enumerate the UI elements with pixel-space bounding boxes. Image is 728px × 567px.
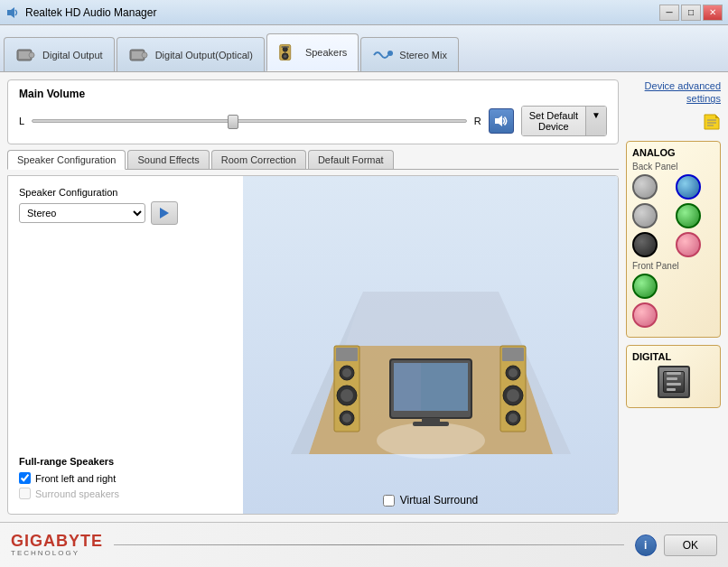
tab-stereo-mix[interactable]: Stereo Mix <box>360 37 459 71</box>
tab-sound-effects[interactable]: Sound Effects <box>127 150 209 169</box>
speaker-config-label: Speaker Configuration <box>19 187 232 198</box>
svg-point-26 <box>342 414 351 423</box>
svg-rect-28 <box>502 348 524 361</box>
speaker-panel: Speaker Configuration Stereo Quadraphoni… <box>7 175 619 515</box>
tab-digital-output[interactable]: Digital Output <box>4 37 115 71</box>
volume-thumb[interactable] <box>228 115 238 129</box>
svg-point-22 <box>342 368 351 377</box>
right-channel-label: R <box>474 116 481 126</box>
tab-digital-output-label: Digital Output <box>42 50 103 60</box>
svg-point-34 <box>509 414 518 423</box>
tab-stereo-mix-label: Stereo Mix <box>399 50 447 60</box>
jack-back-5[interactable] <box>632 232 658 257</box>
ok-button[interactable]: OK <box>664 534 717 556</box>
front-panel-label: Front Panel <box>632 261 714 271</box>
left-channel-label: L <box>19 116 24 126</box>
play-button[interactable] <box>151 201 178 225</box>
main-window: Digital Output Digital Output(Optical) <box>0 25 728 567</box>
room-svg <box>282 274 580 490</box>
minimize-button[interactable]: ─ <box>659 5 679 21</box>
fullrange-section: Full-range Speakers Front left and right… <box>19 456 232 503</box>
note-icon <box>626 113 721 134</box>
digital-output-icon <box>15 44 37 66</box>
speakers-icon <box>278 42 300 63</box>
jack-back-1[interactable] <box>632 174 658 200</box>
svg-rect-11 <box>281 46 289 48</box>
back-panel-jacks <box>632 174 714 257</box>
volume-slider[interactable] <box>32 119 467 123</box>
surround-speakers-checkbox[interactable] <box>19 488 31 499</box>
tab-speakers-label: Speakers <box>305 47 347 58</box>
analog-label: ANALOG <box>632 147 714 158</box>
jack-back-3[interactable] <box>632 203 658 228</box>
device-advanced-settings-link[interactable]: Device advanced settings <box>626 79 721 106</box>
tab-speaker-configuration-label: Speaker Configuration <box>17 154 116 165</box>
digital-section: DIGITAL <box>626 345 721 408</box>
jack-front-1[interactable] <box>632 274 658 299</box>
svg-point-32 <box>507 389 519 402</box>
tab-room-correction[interactable]: Room Correction <box>211 150 306 169</box>
svg-rect-5 <box>132 51 143 59</box>
footer: GIGABYTE TECHNOLOGY i OK <box>0 522 728 567</box>
virtual-surround-checkbox[interactable] <box>383 495 395 507</box>
footer-right: i OK <box>635 534 717 556</box>
volume-icon[interactable] <box>489 108 514 134</box>
svg-marker-13 <box>495 116 502 126</box>
front-left-right-row: Front left and right <box>19 472 232 484</box>
svg-marker-16 <box>345 292 517 346</box>
app-title: Realtek HD Audio Manager <box>25 6 156 19</box>
svg-point-15 <box>377 423 485 459</box>
svg-rect-39 <box>394 363 421 411</box>
svg-point-10 <box>284 55 286 58</box>
top-tab-bar: Digital Output Digital Output(Optical) <box>0 25 728 72</box>
digital-port-lines <box>667 372 681 391</box>
jack-back-6[interactable] <box>676 232 701 257</box>
tab-digital-output-optical-label: Digital Output(Optical) <box>155 50 253 60</box>
set-default-arrow-icon[interactable]: ▼ <box>585 107 606 135</box>
svg-rect-20 <box>336 348 358 361</box>
svg-point-30 <box>509 368 518 377</box>
virtual-surround-row: Virtual Surround <box>383 494 479 507</box>
title-bar-controls: ─ □ ✕ <box>659 5 723 21</box>
digital-port[interactable] <box>658 366 690 398</box>
svg-point-24 <box>341 389 353 402</box>
analog-section: ANALOG Back Panel Front Panel <box>626 141 721 338</box>
svg-rect-2 <box>19 51 30 59</box>
title-bar: Realtek HD Audio Manager ─ □ ✕ <box>0 0 728 25</box>
front-panel-jacks <box>632 274 714 328</box>
jack-front-2[interactable] <box>632 302 658 328</box>
front-left-right-label: Front left and right <box>35 473 116 484</box>
tab-room-correction-label: Room Correction <box>221 154 296 165</box>
tab-default-format-label: Default Format <box>318 154 384 165</box>
tab-default-format[interactable]: Default Format <box>308 150 394 169</box>
restore-button[interactable]: □ <box>681 5 701 21</box>
right-panel: Device advanced settings ANALOG Back Pan… <box>626 79 721 515</box>
close-button[interactable]: ✕ <box>703 5 723 21</box>
speaker-config-select[interactable]: Stereo Quadraphonic 5.1 Speaker 7.1 Spea… <box>19 203 145 223</box>
jack-front-empty2 <box>676 302 701 328</box>
tab-digital-output-optical[interactable]: Digital Output(Optical) <box>117 37 265 71</box>
svg-point-6 <box>142 52 147 58</box>
set-default-label: Set DefaultDevice <box>522 107 585 135</box>
gigabyte-text: GIGABYTE <box>11 533 103 549</box>
svg-marker-0 <box>7 7 14 18</box>
front-left-right-checkbox[interactable] <box>19 472 31 484</box>
info-button[interactable]: i <box>635 534 657 556</box>
volume-section: Main Volume L R Set <box>7 79 619 144</box>
volume-row: L R Set DefaultDevice ▼ <box>19 106 607 136</box>
content-area: Main Volume L R Set <box>0 72 728 522</box>
tab-speaker-configuration[interactable]: Speaker Configuration <box>7 150 126 170</box>
jack-front-empty <box>676 274 701 299</box>
footer-separator <box>114 544 624 545</box>
optical-icon <box>128 44 150 66</box>
virtual-surround-label: Virtual Surround <box>400 494 479 507</box>
config-select-row: Stereo Quadraphonic 5.1 Speaker 7.1 Spea… <box>19 201 232 225</box>
jack-back-2[interactable] <box>676 174 701 200</box>
set-default-button[interactable]: Set DefaultDevice ▼ <box>521 106 607 136</box>
back-panel-label: Back Panel <box>632 162 714 172</box>
svg-rect-41 <box>413 422 449 426</box>
surround-speakers-row: Surround speakers <box>19 488 232 499</box>
jack-back-4[interactable] <box>676 203 701 228</box>
svg-point-3 <box>29 52 34 58</box>
tab-speakers[interactable]: Speakers <box>266 33 359 71</box>
